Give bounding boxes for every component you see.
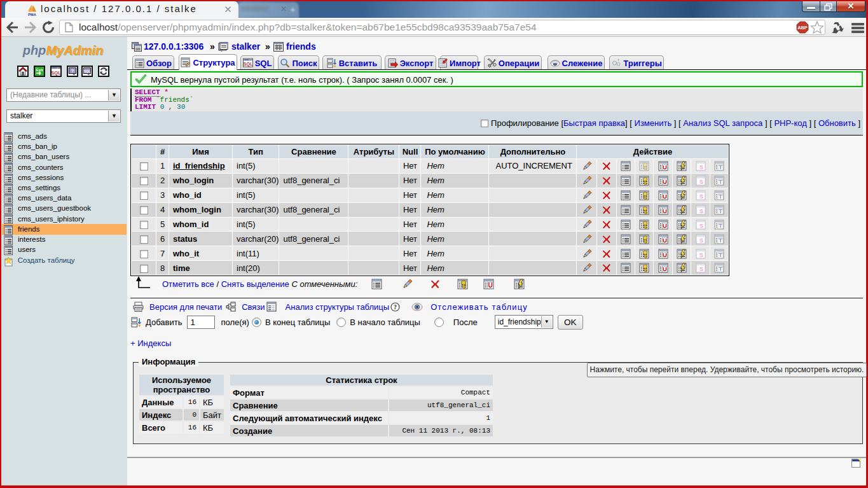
svg-text:SQL: SQL — [52, 70, 60, 76]
svg-text:ABP: ABP — [797, 25, 808, 31]
svg-text:?: ? — [394, 303, 397, 310]
svg-text:?: ? — [71, 68, 74, 74]
svg-text:SQL: SQL — [83, 69, 91, 73]
svg-text:SQL: SQL — [243, 62, 252, 67]
svg-text:PMA: PMA — [28, 13, 36, 17]
svg-text:Exit: Exit — [36, 68, 43, 72]
